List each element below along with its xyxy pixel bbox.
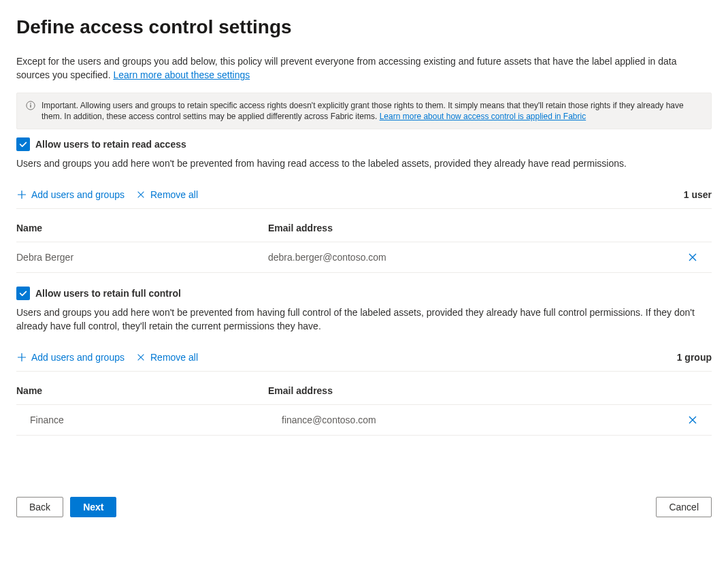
full-control-toolbar: Add users and groups Remove all 1 group	[16, 352, 712, 372]
add-users-label: Add users and groups	[31, 352, 125, 363]
delete-row-button[interactable]	[684, 252, 712, 263]
table-row: Finance finance@contoso.com	[16, 405, 712, 436]
info-banner: Important. Allowing users and groups to …	[16, 93, 712, 129]
column-name: Name	[16, 385, 268, 396]
full-control-checkbox[interactable]	[16, 287, 30, 300]
delete-row-button[interactable]	[684, 414, 712, 425]
x-icon	[687, 414, 698, 425]
learn-more-settings-link[interactable]: Learn more about these settings	[113, 69, 250, 80]
full-control-table-header: Name Email address	[16, 372, 712, 405]
svg-point-1	[30, 103, 31, 104]
x-icon	[135, 189, 146, 200]
read-access-description: Users and groups you add here won't be p…	[16, 157, 712, 170]
x-icon	[135, 352, 146, 363]
read-access-toolbar: Add users and groups Remove all 1 user	[16, 189, 712, 209]
add-users-button-full[interactable]: Add users and groups	[16, 352, 125, 363]
plus-icon	[16, 352, 27, 363]
row-name: Finance	[16, 414, 268, 425]
full-control-description: Users and groups you add here won't be p…	[16, 306, 712, 333]
learn-more-fabric-link[interactable]: Learn more about how access control is a…	[380, 112, 586, 121]
full-control-count: 1 group	[677, 352, 712, 363]
add-users-label: Add users and groups	[31, 189, 125, 200]
plus-icon	[16, 189, 27, 200]
column-email: Email address	[268, 223, 712, 233]
row-email: finance@contoso.com	[268, 414, 684, 425]
read-access-checkbox-label: Allow users to retain read access	[35, 139, 186, 150]
row-email: debra.berger@contoso.com	[268, 252, 684, 263]
svg-rect-2	[30, 105, 31, 108]
table-row: Debra Berger debra.berger@contoso.com	[16, 242, 712, 273]
next-button[interactable]: Next	[70, 497, 116, 517]
add-users-button-read[interactable]: Add users and groups	[16, 189, 125, 200]
footer: Back Next Cancel	[16, 497, 712, 517]
column-email: Email address	[268, 385, 712, 396]
read-access-checkbox[interactable]	[16, 137, 30, 151]
read-access-table-header: Name Email address	[16, 209, 712, 242]
row-name: Debra Berger	[16, 252, 268, 263]
info-text: Important. Allowing users and groups to …	[42, 101, 684, 121]
remove-all-label: Remove all	[150, 352, 198, 363]
page-title: Define access control settings	[16, 16, 712, 38]
info-icon	[25, 100, 36, 111]
full-control-checkbox-row: Allow users to retain full control	[16, 287, 712, 300]
read-access-checkbox-row: Allow users to retain read access	[16, 137, 712, 151]
remove-all-button-read[interactable]: Remove all	[135, 189, 198, 200]
read-access-count: 1 user	[684, 189, 712, 200]
column-name: Name	[16, 223, 268, 233]
intro-paragraph: Except for the users and groups you add …	[16, 54, 712, 82]
back-button[interactable]: Back	[16, 497, 63, 517]
cancel-button[interactable]: Cancel	[656, 497, 712, 517]
remove-all-label: Remove all	[150, 189, 198, 200]
remove-all-button-full[interactable]: Remove all	[135, 352, 198, 363]
full-control-checkbox-label: Allow users to retain full control	[35, 288, 181, 299]
x-icon	[687, 252, 698, 263]
